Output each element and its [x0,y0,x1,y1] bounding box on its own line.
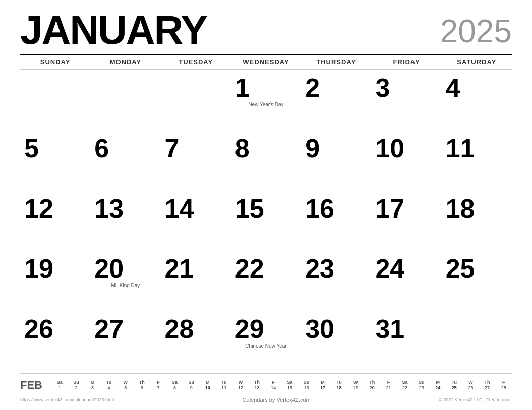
mini-day: 15 [282,385,299,391]
calendar-cell: 13 [90,192,160,253]
mini-day-header: Sa [397,380,413,385]
mini-day-header: Tu [216,380,232,385]
day-number: 13 [94,195,124,222]
mini-day-header: W [117,380,134,385]
mini-day: 3 [84,385,101,391]
holiday-label: New Year's Day [235,102,297,108]
calendar-cell: 16 [301,192,371,253]
calendar-cell: 18 [442,192,512,253]
calendar-header: JANUARY 2025 [20,10,512,50]
calendar-cell: 8 [231,132,301,192]
day-number: 11 [446,135,475,161]
mini-day: 26 [462,385,479,391]
mini-day-header: Th [249,380,265,385]
day-number: 16 [305,195,334,222]
calendar-cell: 5 [20,132,90,192]
mini-day-header: M [430,380,446,385]
day-number: 10 [375,135,404,161]
day-number: 21 [165,255,194,282]
day-number: 29 [235,316,264,342]
calendar-cell: 25 [442,252,512,313]
calendar-cell: 11 [442,132,512,192]
mini-day: 5 [117,385,134,391]
footer-center: Calendars by Vertex42.com [243,397,311,403]
mini-day: 14 [265,385,282,391]
day-number: 24 [375,255,404,282]
mini-day: 18 [331,385,347,391]
footer: https://www.vertex42.com/calendars/2025.… [20,394,512,405]
calendar-cell [442,313,512,373]
mini-day: 22 [397,385,413,391]
day-header: SATURDAY [442,58,512,66]
mini-day-header: M [199,380,216,385]
calendar-cell: 9 [301,132,371,192]
day-header: FRIDAY [371,58,441,66]
calendar-cell: 7 [161,132,231,192]
mini-day-header: Th [479,380,496,385]
year-title: 2025 [440,10,512,47]
calendar-cell: 15 [231,192,301,253]
mini-day-headers: SaSuMTuWThFSaSuMTuWThFSaSuMTuWThFSaSuMTu… [51,380,512,385]
day-number: 1 [235,75,250,101]
mini-day-header: Su [68,380,85,385]
mini-day: 16 [298,385,315,391]
calendar-cell: 20ML King Day [90,252,160,313]
holiday-label: ML King Day [94,283,156,289]
mini-day-header: Su [183,380,200,385]
calendar-cell: 2 [301,72,371,132]
day-number: 15 [235,195,264,222]
day-number: 28 [165,316,194,342]
calendar-cell: 22 [231,252,301,313]
calendar-cell [161,72,231,132]
mini-day: 17 [315,385,331,391]
mini-day-header: Tu [101,380,117,385]
mini-calendar-section: FEB SaSuMTuWThFSaSuMTuWThFSaSuMTuWThFSaS… [20,373,512,394]
calendar-cell: 29Chinese New Year [231,313,301,373]
day-number: 2 [305,75,320,101]
mini-day: 6 [134,385,150,391]
calendar-cell: 6 [90,132,160,192]
day-number: 3 [375,75,390,101]
mini-day-header: Th [364,380,381,385]
mini-day-header: F [265,380,282,385]
day-number: 22 [235,255,264,282]
day-number: 31 [375,316,404,342]
calendar-cell: 23 [301,252,371,313]
mini-day-header: M [84,380,101,385]
day-header: TUESDAY [161,58,231,66]
mini-day: 12 [232,385,249,391]
day-number: 25 [446,255,475,282]
day-number: 27 [94,316,124,342]
calendar-cell [90,72,160,132]
calendar-cell: 31 [371,313,441,373]
mini-day: 13 [249,385,265,391]
mini-grid: SaSuMTuWThFSaSuMTuWThFSaSuMTuWThFSaSuMTu… [51,380,512,391]
mini-day: 23 [413,385,430,391]
mini-day: 8 [166,385,183,391]
mini-day-header: Su [413,380,430,385]
day-number: 9 [305,135,320,161]
day-header: THURSDAY [301,58,371,66]
calendar-cell: 19 [20,252,90,313]
calendar-cell: 3 [371,72,441,132]
calendar-cell: 1New Year's Day [231,72,301,132]
mini-day: 2 [68,385,85,391]
mini-day: 10 [199,385,216,391]
day-number: 7 [165,135,180,161]
day-headers-row: SUNDAYMONDAYTUESDAYWEDNESDAYTHURSDAYFRID… [20,54,512,70]
calendar-cell: 24 [371,252,441,313]
day-number: 18 [446,195,475,222]
mini-day-header: Su [298,380,315,385]
mini-day-header: M [315,380,331,385]
calendar-cell: 14 [161,192,231,253]
day-header: SUNDAY [20,58,90,66]
day-number: 19 [24,255,53,282]
mini-day: 28 [495,385,512,391]
calendar-cell [20,72,90,132]
day-header: MONDAY [90,58,160,66]
mini-day-header: W [232,380,249,385]
day-number: 12 [24,195,53,222]
calendar-cell: 30 [301,313,371,373]
day-number: 4 [446,75,460,101]
mini-day: 11 [216,385,232,391]
